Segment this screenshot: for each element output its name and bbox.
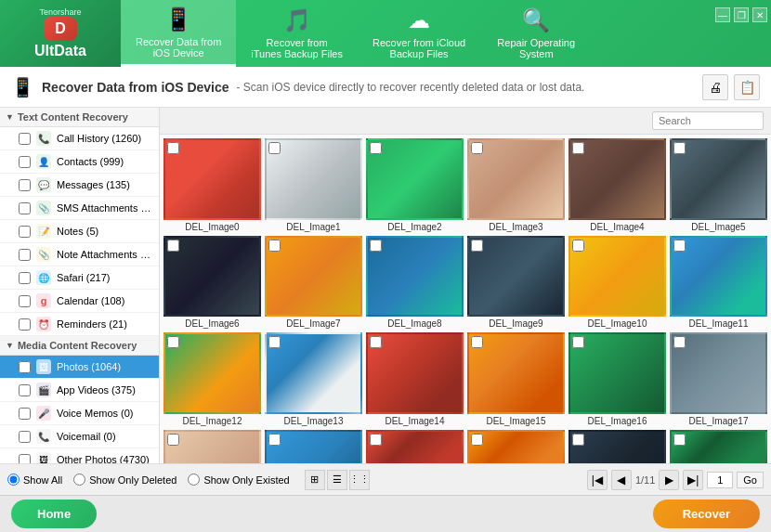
gallery-item-9[interactable]: DEL_Image9	[467, 236, 565, 330]
thumb-checkbox-14[interactable]	[370, 336, 382, 348]
grid-view-button[interactable]: ⊞	[305, 470, 325, 490]
gallery-item-6[interactable]: DEL_Image6	[163, 236, 261, 330]
calendar-checkbox[interactable]	[19, 295, 31, 307]
thumb-checkbox-20[interactable]	[370, 434, 382, 446]
gallery-item-14[interactable]: DEL_Image14	[366, 332, 464, 426]
search-input[interactable]	[652, 111, 764, 130]
sidebar-item-other-photos[interactable]: 🖼 Other Photos (4730)	[0, 448, 159, 463]
gallery-item-16[interactable]: DEL_Image16	[568, 332, 666, 426]
thumb-checkbox-3[interactable]	[471, 142, 483, 154]
gallery-item-20[interactable]: DEL_Image20	[366, 430, 464, 464]
filter-show-deleted[interactable]: Show Only Deleted	[73, 474, 176, 486]
sidebar-item-app-videos[interactable]: 🎬 App Videos (375)	[0, 379, 159, 402]
gallery-item-7[interactable]: DEL_Image7	[265, 236, 362, 330]
safari-checkbox[interactable]	[19, 272, 31, 284]
thumb-checkbox-23[interactable]	[673, 434, 686, 446]
gallery-item-5[interactable]: DEL_Image5	[670, 138, 767, 232]
gallery-item-0[interactable]: DEL_Image0	[163, 138, 261, 232]
sidebar-item-sms-attachments[interactable]: 📎 SMS Attachments (7)	[0, 197, 159, 220]
next-page-button[interactable]: ▶	[659, 470, 679, 490]
home-button[interactable]: Home	[11, 500, 97, 528]
note-attachments-checkbox[interactable]	[19, 249, 31, 261]
gallery-item-2[interactable]: DEL_Image2	[366, 138, 464, 232]
list-view-button[interactable]: ☰	[327, 470, 347, 490]
sidebar-item-call-history[interactable]: 📞 Call History (1260)	[0, 127, 159, 150]
minimize-button[interactable]: —	[715, 7, 730, 22]
sidebar-item-voice-memos[interactable]: 🎤 Voice Memos (0)	[0, 402, 159, 425]
tab-itunes[interactable]: 🎵 Recover fromiTunes Backup Files	[236, 0, 358, 67]
close-button[interactable]: ✕	[752, 7, 767, 22]
gallery-item-15[interactable]: DEL_Image15	[467, 332, 565, 426]
gallery-item-4[interactable]: DEL_Image4	[568, 138, 666, 232]
sms-attachments-checkbox[interactable]	[19, 202, 31, 214]
thumb-checkbox-2[interactable]	[370, 142, 382, 154]
sidebar-section-text[interactable]: ▼ Text Content Recovery	[0, 108, 159, 127]
gallery-item-3[interactable]: DEL_Image3	[467, 138, 565, 232]
app-videos-checkbox[interactable]	[19, 384, 31, 396]
sidebar-item-reminders[interactable]: ⏰ Reminders (21)	[0, 313, 159, 336]
sidebar-item-voicemail[interactable]: 📞 Voicemail (0)	[0, 425, 159, 448]
thumb-checkbox-8[interactable]	[370, 240, 382, 252]
sidebar-item-safari[interactable]: 🌐 Safari (217)	[0, 266, 159, 290]
thumb-checkbox-16[interactable]	[572, 336, 584, 348]
first-page-button[interactable]: |◀	[587, 470, 608, 490]
sidebar-item-note-attachments[interactable]: 📎 Note Attachments (0)	[0, 243, 159, 266]
filter-show-deleted-radio[interactable]	[73, 474, 85, 486]
gallery-item-23[interactable]: DEL_Image23	[670, 430, 767, 464]
thumb-checkbox-19[interactable]	[268, 434, 281, 446]
sidebar-item-contacts[interactable]: 👤 Contacts (999)	[0, 150, 159, 174]
sidebar-item-messages[interactable]: 💬 Messages (135)	[0, 174, 159, 197]
voice-memos-checkbox[interactable]	[19, 408, 31, 420]
thumb-checkbox-18[interactable]	[167, 434, 179, 446]
sidebar-item-photos[interactable]: 🖼 Photos (1064)	[0, 356, 159, 379]
restore-button[interactable]: ❐	[734, 7, 749, 22]
thumb-checkbox-5[interactable]	[673, 142, 686, 154]
thumb-checkbox-7[interactable]	[268, 240, 281, 252]
photos-checkbox[interactable]	[19, 361, 31, 373]
sidebar-item-notes[interactable]: 📝 Notes (5)	[0, 220, 159, 243]
gallery-item-11[interactable]: DEL_Image11	[670, 236, 767, 330]
gallery-item-10[interactable]: DEL_Image10	[568, 236, 666, 330]
thumb-checkbox-0[interactable]	[167, 142, 179, 154]
tab-icloud[interactable]: ☁ Recover from iCloudBackup Files	[358, 0, 480, 67]
thumb-checkbox-6[interactable]	[167, 240, 179, 252]
reminders-checkbox[interactable]	[19, 318, 31, 331]
gallery-item-1[interactable]: DEL_Image1	[265, 138, 362, 232]
gallery-item-17[interactable]: DEL_Image17	[670, 332, 767, 426]
recover-button[interactable]: Recover	[653, 500, 760, 528]
thumb-checkbox-9[interactable]	[471, 240, 483, 252]
page-number-input[interactable]	[707, 472, 733, 488]
thumb-checkbox-4[interactable]	[572, 142, 584, 154]
tab-ios[interactable]: 📱 Recover Data fromiOS Device	[121, 0, 236, 67]
thumb-checkbox-17[interactable]	[673, 336, 686, 348]
gallery-item-19[interactable]: DEL_Image19	[265, 430, 362, 464]
export-button[interactable]: 📋	[734, 74, 760, 100]
gallery-item-12[interactable]: DEL_Image12	[163, 332, 261, 426]
last-page-button[interactable]: ▶|	[683, 470, 703, 490]
thumb-checkbox-21[interactable]	[471, 434, 483, 446]
thumb-checkbox-13[interactable]	[268, 336, 281, 348]
filter-show-all[interactable]: Show All	[7, 474, 62, 486]
filter-show-existed[interactable]: Show Only Existed	[188, 474, 289, 486]
print-button[interactable]: 🖨	[702, 74, 728, 100]
contacts-checkbox[interactable]	[19, 156, 31, 168]
voicemail-checkbox[interactable]	[19, 431, 31, 443]
filter-show-existed-radio[interactable]	[188, 474, 200, 486]
notes-checkbox[interactable]	[19, 226, 31, 238]
messages-checkbox[interactable]	[19, 179, 31, 191]
gallery-item-8[interactable]: DEL_Image8	[366, 236, 464, 330]
gallery-item-13[interactable]: DEL_Image13	[265, 332, 362, 426]
thumb-checkbox-12[interactable]	[167, 336, 179, 348]
prev-page-button[interactable]: ◀	[611, 470, 632, 490]
detail-view-button[interactable]: ⋮⋮	[349, 470, 370, 490]
other-photos-checkbox[interactable]	[19, 454, 31, 464]
filter-show-all-radio[interactable]	[7, 474, 20, 486]
gallery-item-18[interactable]: DEL_Image18	[163, 430, 261, 464]
call-history-checkbox[interactable]	[19, 133, 31, 145]
thumb-checkbox-11[interactable]	[673, 240, 686, 252]
thumb-checkbox-15[interactable]	[471, 336, 483, 348]
sidebar-section-media[interactable]: ▼ Media Content Recovery	[0, 336, 159, 356]
thumb-checkbox-10[interactable]	[572, 240, 584, 252]
gallery-item-22[interactable]: DEL_Image22	[568, 430, 666, 464]
tab-repair[interactable]: 🔍 Repair OperatingSystem	[480, 0, 592, 67]
